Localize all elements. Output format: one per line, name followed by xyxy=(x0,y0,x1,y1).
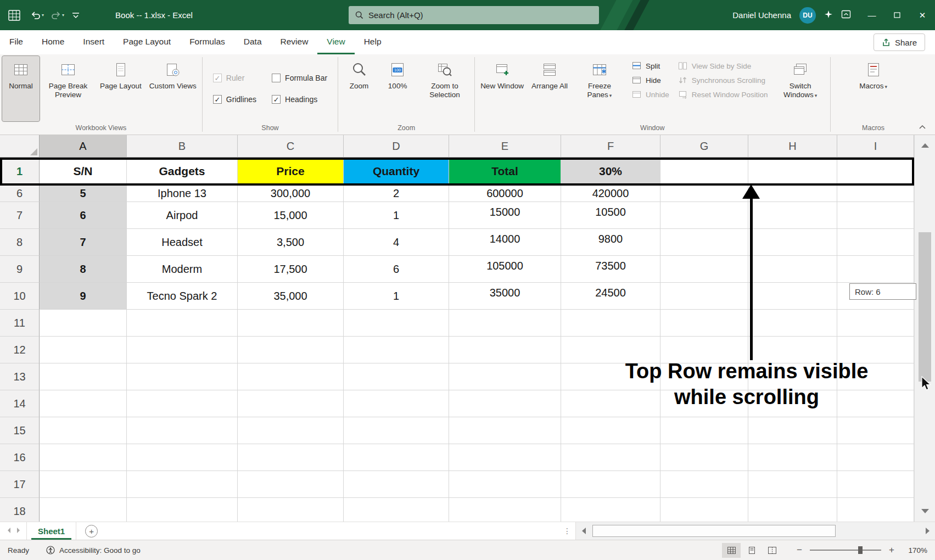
close-button[interactable]: ✕ xyxy=(910,0,935,30)
cell-F15[interactable] xyxy=(561,417,660,444)
cell-B6[interactable]: Iphone 13 xyxy=(127,186,238,202)
cell-A8[interactable]: 7 xyxy=(40,229,127,256)
header-cell-total[interactable]: Total xyxy=(449,158,561,186)
excel-app-icon[interactable] xyxy=(8,9,21,22)
cell-B10[interactable]: Tecno Spark 2 xyxy=(127,283,238,310)
cell-D10[interactable]: 1 xyxy=(344,283,449,310)
column-header-I[interactable]: I xyxy=(837,135,914,158)
cell-D13[interactable] xyxy=(344,363,449,390)
cell-F9[interactable]: 73500 xyxy=(561,256,660,283)
cell-H9[interactable] xyxy=(748,256,837,283)
header-cell-sn[interactable]: S/N xyxy=(40,158,127,186)
cell-A11[interactable] xyxy=(40,310,127,337)
cell-C7[interactable]: 15,000 xyxy=(238,202,344,229)
cell-A10[interactable]: 9 xyxy=(40,283,127,310)
horizontal-scrollbar-track[interactable] xyxy=(591,522,920,540)
cell-D11[interactable] xyxy=(344,310,449,337)
page-break-preview-button[interactable]: Page Break Preview xyxy=(41,56,96,121)
cell-F10[interactable]: 24500 xyxy=(561,283,660,310)
horizontal-scrollbar-thumb[interactable] xyxy=(592,525,836,537)
zoom-slider-thumb[interactable] xyxy=(858,546,863,554)
search-box[interactable]: Search (Alt+Q) xyxy=(349,6,599,24)
sparkle-icon[interactable] xyxy=(824,10,833,21)
scroll-right-button[interactable] xyxy=(920,522,935,540)
cell-C17[interactable] xyxy=(238,471,344,498)
hide-button[interactable]: Hide xyxy=(630,74,671,86)
header-cell-empty-I[interactable] xyxy=(837,158,914,186)
cell-C14[interactable] xyxy=(238,390,344,417)
cell-D18[interactable] xyxy=(344,498,449,522)
unhide-button[interactable]: Unhide xyxy=(630,88,671,100)
cell-D9[interactable]: 6 xyxy=(344,256,449,283)
cell-C8[interactable]: 3,500 xyxy=(238,229,344,256)
page-layout-shortcut[interactable] xyxy=(742,543,761,558)
accessibility-checker[interactable]: Accessibility: Good to go xyxy=(46,546,141,555)
zoom-in-button[interactable]: + xyxy=(887,545,897,556)
row-header-17[interactable]: 17 xyxy=(0,471,40,498)
cell-B18[interactable] xyxy=(127,498,238,522)
cell-E13[interactable] xyxy=(449,363,561,390)
cell-C12[interactable] xyxy=(238,337,344,363)
header-cell-empty-H[interactable] xyxy=(748,158,837,186)
tab-file[interactable]: File xyxy=(0,30,32,54)
cell-F18[interactable] xyxy=(561,498,660,522)
cell-C9[interactable]: 17,500 xyxy=(238,256,344,283)
cell-G9[interactable] xyxy=(660,256,748,283)
scroll-left-button[interactable] xyxy=(576,522,591,540)
header-cell-empty-G[interactable] xyxy=(660,158,748,186)
cell-E12[interactable] xyxy=(449,337,561,363)
cell-I6[interactable] xyxy=(837,186,914,202)
synchronous-scrolling-button[interactable]: Synchronous Scrolling xyxy=(676,74,770,86)
cell-E17[interactable] xyxy=(449,471,561,498)
share-button[interactable]: Share xyxy=(874,33,925,51)
cell-E16[interactable] xyxy=(449,444,561,471)
new-window-button[interactable]: New Window xyxy=(477,56,527,121)
tab-data[interactable]: Data xyxy=(234,30,271,54)
cell-B14[interactable] xyxy=(127,390,238,417)
redo-button[interactable]: ▾ xyxy=(51,11,64,20)
cell-G11[interactable] xyxy=(660,310,748,337)
cell-E10[interactable]: 35000 xyxy=(449,283,561,310)
cell-I8[interactable] xyxy=(837,229,914,256)
page-layout-view-button[interactable]: Page Layout xyxy=(97,56,145,121)
cell-A16[interactable] xyxy=(40,444,127,471)
cell-C16[interactable] xyxy=(238,444,344,471)
cell-E15[interactable] xyxy=(449,417,561,444)
cell-G10[interactable] xyxy=(660,283,748,310)
cell-A15[interactable] xyxy=(40,417,127,444)
cell-C13[interactable] xyxy=(238,363,344,390)
column-header-H[interactable]: H xyxy=(748,135,837,158)
cell-C11[interactable] xyxy=(238,310,344,337)
cell-H10[interactable] xyxy=(748,283,837,310)
cell-F17[interactable] xyxy=(561,471,660,498)
cell-B16[interactable] xyxy=(127,444,238,471)
cell-I11[interactable] xyxy=(837,310,914,337)
cell-I15[interactable] xyxy=(837,417,914,444)
cell-G17[interactable] xyxy=(660,471,748,498)
cell-F7[interactable]: 10500 xyxy=(561,202,660,229)
sheet-nav-right-button[interactable] xyxy=(16,526,21,536)
cell-D16[interactable] xyxy=(344,444,449,471)
cell-I16[interactable] xyxy=(837,444,914,471)
collapse-ribbon-button[interactable] xyxy=(915,121,930,132)
cell-H6[interactable] xyxy=(748,186,837,202)
row-header-6[interactable]: 6 xyxy=(0,186,40,202)
zoom-100-button[interactable]: 100 100% xyxy=(379,56,416,121)
maximize-button[interactable] xyxy=(884,0,910,30)
tab-review[interactable]: Review xyxy=(271,30,318,54)
cell-I18[interactable] xyxy=(837,498,914,522)
cell-A6[interactable]: 5 xyxy=(40,186,127,202)
customize-quick-access-toolbar-button[interactable] xyxy=(71,12,80,19)
cell-E7[interactable]: 15000 xyxy=(449,202,561,229)
cell-A17[interactable] xyxy=(40,471,127,498)
cell-D6[interactable]: 2 xyxy=(344,186,449,202)
header-cell-30[interactable]: 30% xyxy=(561,158,660,186)
sheet-tab-sheet1[interactable]: Sheet1 xyxy=(26,522,76,540)
ribbon-display-options-icon[interactable] xyxy=(841,10,851,21)
cell-F11[interactable] xyxy=(561,310,660,337)
row-header-9[interactable]: 9 xyxy=(0,256,40,283)
cell-D17[interactable] xyxy=(344,471,449,498)
normal-view-shortcut[interactable] xyxy=(722,543,741,558)
row-header-13[interactable]: 13 xyxy=(0,363,40,390)
vertical-scrollbar[interactable] xyxy=(914,135,935,522)
